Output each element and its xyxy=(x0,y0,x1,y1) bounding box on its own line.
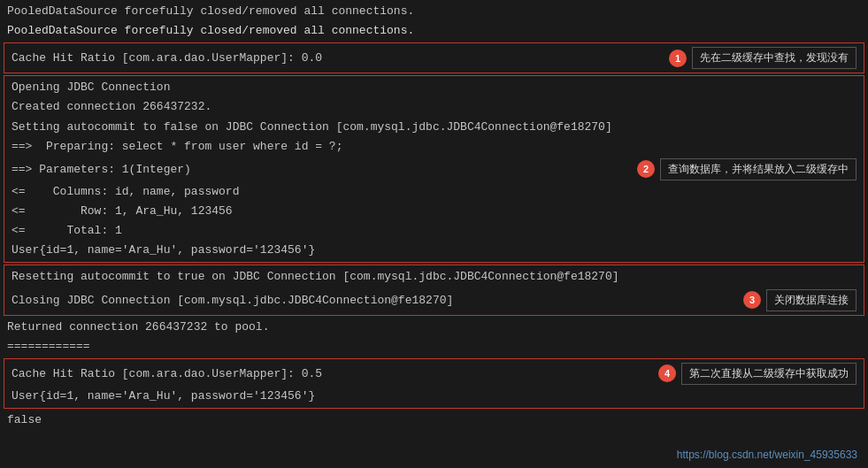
block2-after-4: User{id=1, name='Ara_Hu', password='1234… xyxy=(4,241,864,260)
annotation-2: 2 查询数据库，并将结果放入二级缓存中 xyxy=(637,158,856,180)
mid-line-1: Returned connection 266437232 to pool. xyxy=(0,318,868,337)
block-1: Cache Hit Ratio [com.ara.dao.UserMapper]… xyxy=(4,42,864,73)
bubble-text-2: 查询数据库，并将结果放入二级缓存中 xyxy=(660,158,856,180)
block3-line-1: Resetting autocommit to true on JDBC Con… xyxy=(4,267,864,287)
pre-line-1: PooledDataSource forcefully closed/remov… xyxy=(0,2,868,21)
block2-annotation-row: ==> Parameters: 1(Integer) 2 查询数据库，并将结果放… xyxy=(4,157,864,182)
annotation-1: 1 先在二级缓存中查找，发现没有 xyxy=(669,47,856,69)
block1-row: Cache Hit Ratio [com.ara.dao.UserMapper]… xyxy=(4,45,864,71)
console-area: PooledDataSource forcefully closed/remov… xyxy=(0,0,868,468)
block2-line-5: ==> Parameters: 1(Integer) xyxy=(12,163,630,176)
pre-lines: PooledDataSource forcefully closed/remov… xyxy=(0,0,868,41)
block3-line-2: Closing JDBC Connection [com.mysql.jdbc.… xyxy=(12,294,736,307)
bubble-num-1: 1 xyxy=(669,50,687,67)
block2-line-4: ==> Preparing: select * from user where … xyxy=(4,137,864,157)
bubble-num-4: 4 xyxy=(658,364,676,382)
bubble-num-3: 3 xyxy=(743,291,761,309)
bubble-text-1: 先在二级缓存中查找，发现没有 xyxy=(692,47,856,69)
bubble-text-4: 第二次直接从二级缓存中获取成功 xyxy=(681,363,856,385)
pre-line-2: PooledDataSource forcefully closed/remov… xyxy=(0,21,868,41)
annotation-4: 4 第二次直接从二级缓存中获取成功 xyxy=(658,363,856,385)
block4-line-2: User{id=1, name='Ara_Hu', password='1234… xyxy=(4,387,864,406)
block-3: Resetting autocommit to true on JDBC Con… xyxy=(4,265,864,315)
block-4: Cache Hit Ratio [com.ara.dao.UserMapper]… xyxy=(4,358,864,409)
block1-text: Cache Hit Ratio [com.ara.dao.UserMapper]… xyxy=(12,51,662,65)
block2-after-3: <= Total: 1 xyxy=(4,221,864,241)
block4-line-1: Cache Hit Ratio [com.ara.dao.UserMapper]… xyxy=(12,367,651,380)
block3-annotation-row: Closing JDBC Connection [com.mysql.jdbc.… xyxy=(4,288,864,313)
block2-after-2: <= Row: 1, Ara_Hu, 123456 xyxy=(4,202,864,221)
block2-line-1: Opening JDBC Connection xyxy=(4,78,864,97)
block2-line-2: Created connection 266437232. xyxy=(4,97,864,117)
bubble-num-2: 2 xyxy=(637,160,655,178)
mid-line-2: ============ xyxy=(0,337,868,357)
annotation-3: 3 关闭数据库连接 xyxy=(743,289,856,311)
block4-annotation-row: Cache Hit Ratio [com.ara.dao.UserMapper]… xyxy=(4,361,864,387)
block-2: Opening JDBC Connection Created connecti… xyxy=(4,75,864,263)
footer-url: https://blog.csdn.net/weixin_45935633 xyxy=(677,449,857,461)
block2-line-3: Setting autocommit to false on JDBC Conn… xyxy=(4,118,864,137)
last-line: false xyxy=(0,410,868,430)
bubble-text-3: 关闭数据库连接 xyxy=(766,289,856,311)
block2-after-1: <= Columns: id, name, password xyxy=(4,182,864,202)
